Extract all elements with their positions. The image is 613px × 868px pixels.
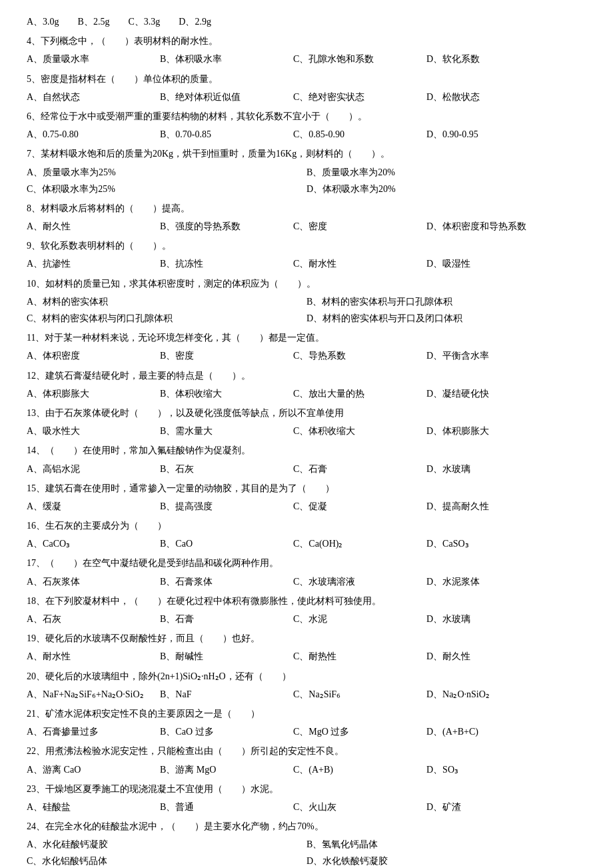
option-q16-0: A、CaCO₃ [27,535,147,552]
option-q5-2: C、绝对密实状态 [293,89,413,105]
question-text-q24: 24、在完全水化的硅酸盐水泥中，（ ）是主要水化产物，约占70%。 [27,818,586,835]
options-row-q15: A、缓凝B、提高强度C、促凝D、提高耐久性 [27,498,586,515]
question-block-q13: 13、由于石灰浆体硬化时（ ），以及硬化强度低等缺点，所以不宜单使用A、吸水性大… [27,405,586,439]
option-q6-1: B、0.70-0.85 [160,126,280,143]
options-row-q6: A、0.75-0.80B、0.70-0.85C、0.85-0.90D、0.90-… [27,126,586,143]
option-q9-2: C、耐水性 [293,255,413,272]
option-q24-3: D、水化铁酸钙凝胶 [306,853,586,868]
question-block-q20: 20、硬化后的水玻璃组中，除外(2n+1)SiO₂·nH₂O，还有（ ）A、Na… [27,668,586,703]
option-q11-3: D、平衡含水率 [426,347,546,364]
question-text-q19: 19、硬化后的水玻璃不仅耐酸性好，而且（ ）也好。 [27,630,586,647]
option-q9-1: B、抗冻性 [160,255,280,272]
option-q7-1: B、质量吸水率为20% [306,164,586,181]
question-text-q12: 12、建筑石膏凝结硬化时，最主要的特点是（ ）。 [27,367,586,384]
options-row-q24: A、水化硅酸钙凝胶B、氢氧化钙晶体C、水化铝酸钙品体D、水化铁酸钙凝胶 [27,836,586,868]
option-q23-2: C、火山灰 [293,799,413,815]
option-q24-0: A、水化硅酸钙凝胶 [27,836,306,853]
option-q19-1: B、耐碱性 [160,648,280,665]
option-q4-0: A、质量吸水率 [27,51,147,67]
option-q11-2: C、导热系数 [293,347,413,364]
option-q21-2: C、MgO 过多 [293,723,413,740]
option-q19-0: A、耐水性 [27,648,147,665]
question-text-q14: 14、（ ）在使用时，常加入氟硅酸钠作为促凝剂。 [27,442,586,459]
question-text-q10: 10、如材料的质量已知，求其体积密度时，测定的体积应为（ ）。 [27,275,586,292]
options-row-q17: A、石灰浆体B、石膏浆体C、水玻璃溶液D、水泥浆体 [27,573,586,590]
question-block-q15: 15、建筑石膏在使用时，通常掺入一定量的动物胶，其目的是为了（ ）A、缓凝B、提… [27,480,586,515]
main-content: A、3.0g B、2.5g C、3.3g D、2.9g4、下列概念中，（ ）表明… [27,13,586,868]
options-row-q20: A、NaF+Na₂SiF₆+Na₂O·SiO₂B、NaFC、Na₂SiF₆D、N… [27,686,586,703]
question-text-q18: 18、在下列胶凝材料中，（ ）在硬化过程中体积有微膨胀性，使此材料可独使用。 [27,593,586,609]
option-q14-3: D、水玻璃 [426,461,546,477]
question-block-q12: 12、建筑石膏凝结硬化时，最主要的特点是（ ）。A、体积膨胀大B、体积收缩大C、… [27,367,586,402]
option-q12-0: A、体积膨胀大 [27,385,147,402]
option-q7-3: D、体积吸水率为20% [306,181,586,197]
option-q4-1: B、体积吸水率 [160,51,280,67]
option-q21-0: A、石膏掺量过多 [27,723,147,740]
question-text-q13: 13、由于石灰浆体硬化时（ ），以及硬化强度低等缺点，所以不宜单使用 [27,405,586,421]
option-q16-3: D、CaSO₃ [426,535,546,552]
option-q16-1: B、CaO [160,535,280,552]
options-row-q19: A、耐水性B、耐碱性C、耐热性D、耐久性 [27,648,586,665]
option-q4-3: D、软化系数 [426,51,546,67]
question-block-q9: 9、软化系数表明材料的（ ）。A、抗渗性B、抗冻性C、耐水性D、吸湿性 [27,237,586,272]
option-q4-2: C、孔隙水饱和系数 [293,51,413,67]
options-row-q4: A、质量吸水率B、体积吸水率C、孔隙水饱和系数D、软化系数 [27,51,586,67]
question-block-q23: 23、干燥地区夏季施工的现浇混凝土不宜使用（ ）水泥。A、硅酸盐B、普通C、火山… [27,781,586,815]
option-q17-3: D、水泥浆体 [426,573,546,590]
options-row-q14: A、高铝水泥B、石灰C、石膏D、水玻璃 [27,461,586,477]
question-text-q9: 9、软化系数表明材料的（ ）。 [27,237,586,254]
question-text-q5: 5、密度是指材料在（ ）单位体积的质量。 [27,71,586,87]
option-q11-1: B、密度 [160,347,280,364]
option-q23-1: B、普通 [160,799,280,815]
options-row-q8: A、耐久性B、强度的导热系数C、密度D、体积密度和导热系数 [27,218,586,235]
option-q18-1: B、石膏 [160,611,280,627]
option-q17-1: B、石膏浆体 [160,573,280,590]
question-text-q17: 17、（ ）在空气中凝结硬化是受到结晶和碳化两种作用。 [27,555,586,571]
option-q14-1: B、石灰 [160,461,280,477]
options-row-q18: A、石灰B、石膏C、水泥D、水玻璃 [27,611,586,627]
option-q15-1: B、提高强度 [160,498,280,515]
option-q11-0: A、体积密度 [27,347,147,364]
option-q12-2: C、放出大量的热 [293,385,413,402]
option-q15-3: D、提高耐久性 [426,498,546,515]
option-q23-0: A、硅酸盐 [27,799,147,815]
option-q24-2: C、水化铝酸钙品体 [27,853,306,868]
options-row-q16: A、CaCO₃B、CaOC、Ca(OH)₂D、CaSO₃ [27,535,586,552]
option-q21-1: B、CaO 过多 [160,723,280,740]
option-q24-1: B、氢氧化钙晶体 [306,836,586,853]
option-q6-2: C、0.85-0.90 [293,126,413,143]
options-row-q9: A、抗渗性B、抗冻性C、耐水性D、吸湿性 [27,255,586,272]
question-block-q8: 8、材料吸水后将材料的（ ）提高。A、耐久性B、强度的导热系数C、密度D、体积密… [27,200,586,235]
options-row-q13: A、吸水性大B、需水量大C、体积收缩大D、体积膨胀大 [27,423,586,439]
option-q14-0: A、高铝水泥 [27,461,147,477]
option-q22-2: C、(A+B) [293,761,413,778]
option-q18-2: C、水泥 [293,611,413,627]
question-block-q5: 5、密度是指材料在（ ）单位体积的质量。A、自然状态B、绝对体积近似值C、绝对密… [27,71,586,105]
option-q9-3: D、吸湿性 [426,255,546,272]
option-q18-0: A、石灰 [27,611,147,627]
question-block-q14: 14、（ ）在使用时，常加入氟硅酸钠作为促凝剂。A、高铝水泥B、石灰C、石膏D、… [27,442,586,477]
option-q8-1: B、强度的导热系数 [160,218,280,235]
question-block-q4: 4、下列概念中，（ ）表明材料的耐水性。A、质量吸水率B、体积吸水率C、孔隙水饱… [27,33,586,67]
options-row-q7: A、质量吸水率为25%B、质量吸水率为20%C、体积吸水率为25%D、体积吸水率… [27,164,586,197]
option-q7-2: C、体积吸水率为25% [27,181,306,197]
option-q22-0: A、游离 CaO [27,761,147,778]
option-q12-3: D、凝结硬化快 [426,385,546,402]
option-q18-3: D、水玻璃 [426,611,546,627]
question-block-q16: 16、生石灰的主要成分为（ ）A、CaCO₃B、CaOC、Ca(OH)₂D、Ca… [27,517,586,552]
question-text-q23: 23、干燥地区夏季施工的现浇混凝土不宜使用（ ）水泥。 [27,781,586,797]
question-block-q22: 22、用煮沸法检验水泥安定性，只能检查出由（ ）所引起的安定性不良。A、游离 C… [27,743,586,777]
option-q20-2: C、Na₂SiF₆ [293,686,413,703]
option-q22-3: D、SO₃ [426,761,546,778]
question-block-q7: 7、某材料吸水饱和后的质量为20Kg，烘干到恒重时，质量为16Kg，则材料的（ … [27,145,586,197]
options-row-q5: A、自然状态B、绝对体积近似值C、绝对密实状态D、松散状态 [27,89,586,105]
question-block-q17: 17、（ ）在空气中凝结硬化是受到结晶和碳化两种作用。A、石灰浆体B、石膏浆体C… [27,555,586,589]
question-text-q6: 6、经常位于水中或受潮严重的重要结构物的材料，其软化系数不宜小于（ ）。 [27,108,586,125]
option-q13-2: C、体积收缩大 [293,423,413,439]
options-row-q21: A、石膏掺量过多B、CaO 过多C、MgO 过多D、(A+B+C) [27,723,586,740]
question-block-q10: 10、如材料的质量已知，求其体积密度时，测定的体积应为（ ）。A、材料的密实体积… [27,275,586,327]
question-block-q24: 24、在完全水化的硅酸盐水泥中，（ ）是主要水化产物，约占70%。A、水化硅酸钙… [27,818,586,868]
option-q9-0: A、抗渗性 [27,255,147,272]
options-row-q12: A、体积膨胀大B、体积收缩大C、放出大量的热D、凝结硬化快 [27,385,586,402]
options-row-q11: A、体积密度B、密度C、导热系数D、平衡含水率 [27,347,586,364]
